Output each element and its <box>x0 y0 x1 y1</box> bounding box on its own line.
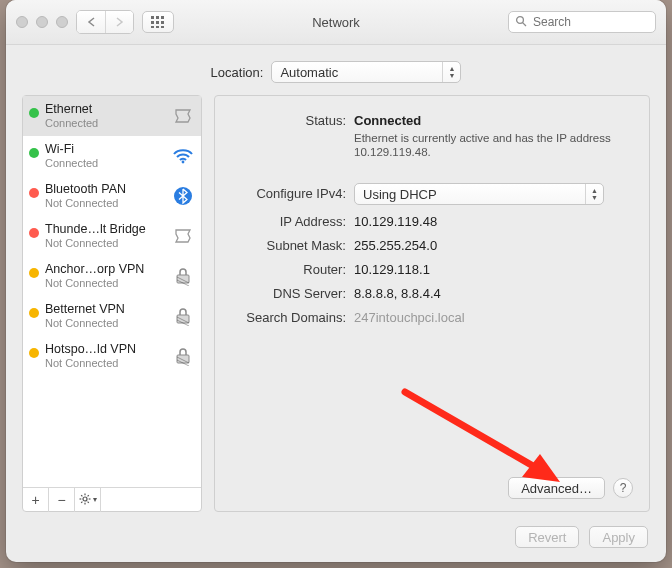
lock-icon <box>171 306 195 326</box>
lock-icon <box>171 266 195 286</box>
service-name: Hotspo…ld VPN <box>45 342 165 356</box>
titlebar: Network <box>6 0 666 45</box>
svg-rect-1 <box>156 16 159 19</box>
ethernet-icon <box>171 106 195 126</box>
svg-line-10 <box>523 22 526 25</box>
service-actions-button[interactable]: ▾ <box>75 488 101 512</box>
gear-icon <box>79 492 91 508</box>
wifi-icon <box>171 146 195 166</box>
service-name: Wi-Fi <box>45 142 165 156</box>
svg-rect-4 <box>156 21 159 24</box>
close-window-button[interactable] <box>16 16 28 28</box>
status-description: Ethernet is currently active and has the… <box>354 131 614 159</box>
advanced-button-label: Advanced… <box>521 481 592 496</box>
apply-button[interactable]: Apply <box>589 526 648 548</box>
service-list[interactable]: Ethernet Connected Wi-Fi Connected <box>23 96 201 487</box>
apply-button-label: Apply <box>602 530 635 545</box>
service-name: Bluetooth PAN <box>45 182 165 196</box>
svg-line-21 <box>81 495 82 496</box>
service-item-thunderbolt-bridge[interactable]: Thunde…lt Bridge Not Connected <box>23 216 201 256</box>
location-value: Automatic <box>280 65 338 80</box>
svg-rect-5 <box>161 21 164 24</box>
forward-button[interactable] <box>105 11 133 33</box>
window-controls <box>16 16 68 28</box>
service-name: Thunde…lt Bridge <box>45 222 165 236</box>
subnet-mask-value: 255.255.254.0 <box>354 235 633 253</box>
help-icon: ? <box>620 481 627 495</box>
dns-server-label: DNS Server: <box>229 283 354 301</box>
chevron-up-down-icon: ▲▼ <box>442 62 460 82</box>
subnet-mask-label: Subnet Mask: <box>229 235 354 253</box>
chevron-up-down-icon: ▲▼ <box>585 184 603 204</box>
service-sub: Connected <box>45 156 165 170</box>
status-value: Connected <box>354 113 633 128</box>
show-all-button[interactable] <box>142 11 174 33</box>
service-item-betternet-vpn[interactable]: Betternet VPN Not Connected <box>23 296 201 336</box>
help-button[interactable]: ? <box>613 478 633 498</box>
service-name: Anchor…orp VPN <box>45 262 165 276</box>
status-dot-icon <box>29 108 39 118</box>
minimize-window-button[interactable] <box>36 16 48 28</box>
ip-address-label: IP Address: <box>229 211 354 229</box>
svg-rect-0 <box>151 16 154 19</box>
status-dot-icon <box>29 148 39 158</box>
configure-ipv4-label: Configure IPv4: <box>229 183 354 201</box>
location-select[interactable]: Automatic ▲▼ <box>271 61 461 83</box>
back-button[interactable] <box>77 11 105 33</box>
svg-point-11 <box>182 161 185 164</box>
lock-icon <box>171 346 195 366</box>
service-sub: Not Connected <box>45 196 165 210</box>
service-sub: Not Connected <box>45 356 165 370</box>
advanced-button[interactable]: Advanced… <box>508 477 605 499</box>
service-item-wifi[interactable]: Wi-Fi Connected <box>23 136 201 176</box>
status-dot-icon <box>29 188 39 198</box>
sidebar-toolbar: + − ▾ <box>23 487 201 511</box>
revert-button-label: Revert <box>528 530 566 545</box>
remove-service-button[interactable]: − <box>49 488 75 512</box>
service-sub: Not Connected <box>45 276 165 290</box>
detail-panel: Status: Connected Ethernet is currently … <box>214 95 650 512</box>
search-field[interactable] <box>508 11 656 33</box>
status-label: Status: <box>229 110 354 128</box>
search-domains-label: Search Domains: <box>229 307 354 325</box>
window-footer: Revert Apply <box>6 520 666 562</box>
svg-line-22 <box>87 501 88 502</box>
revert-button[interactable]: Revert <box>515 526 579 548</box>
svg-rect-8 <box>161 26 164 28</box>
bluetooth-icon <box>171 186 195 206</box>
service-item-bluetooth-pan[interactable]: Bluetooth PAN Not Connected <box>23 176 201 216</box>
service-sub: Not Connected <box>45 316 165 330</box>
network-preferences-window: Network Location: Automatic ▲▼ Ethernet <box>6 0 666 562</box>
search-domains-value: 247intouchpci.local <box>354 307 633 325</box>
service-sub: Not Connected <box>45 236 165 250</box>
service-item-anchor-vpn[interactable]: Anchor…orp VPN Not Connected <box>23 256 201 296</box>
chevron-down-icon: ▾ <box>93 495 97 504</box>
search-input[interactable] <box>533 15 649 29</box>
router-value: 10.129.118.1 <box>354 259 633 277</box>
svg-rect-7 <box>156 26 159 28</box>
status-dot-icon <box>29 268 39 278</box>
status-dot-icon <box>29 228 39 238</box>
location-row: Location: Automatic ▲▼ <box>6 45 666 95</box>
router-label: Router: <box>229 259 354 277</box>
svg-rect-6 <box>151 26 154 28</box>
service-item-hotspot-vpn[interactable]: Hotspo…ld VPN Not Connected <box>23 336 201 376</box>
service-item-ethernet[interactable]: Ethernet Connected <box>23 96 201 136</box>
svg-line-23 <box>87 495 88 496</box>
status-dot-icon <box>29 348 39 358</box>
main-area: Ethernet Connected Wi-Fi Connected <box>6 95 666 520</box>
svg-rect-2 <box>161 16 164 19</box>
service-name: Betternet VPN <box>45 302 165 316</box>
nav-segmented <box>76 10 134 34</box>
svg-line-24 <box>81 501 82 502</box>
ethernet-icon <box>171 226 195 246</box>
service-name: Ethernet <box>45 102 165 116</box>
svg-point-9 <box>517 16 524 23</box>
configure-ipv4-select[interactable]: Using DHCP ▲▼ <box>354 183 604 205</box>
add-service-button[interactable]: + <box>23 488 49 512</box>
svg-rect-3 <box>151 21 154 24</box>
svg-point-16 <box>83 497 87 501</box>
configure-ipv4-value: Using DHCP <box>363 187 437 202</box>
zoom-window-button[interactable] <box>56 16 68 28</box>
service-sidebar: Ethernet Connected Wi-Fi Connected <box>22 95 202 512</box>
